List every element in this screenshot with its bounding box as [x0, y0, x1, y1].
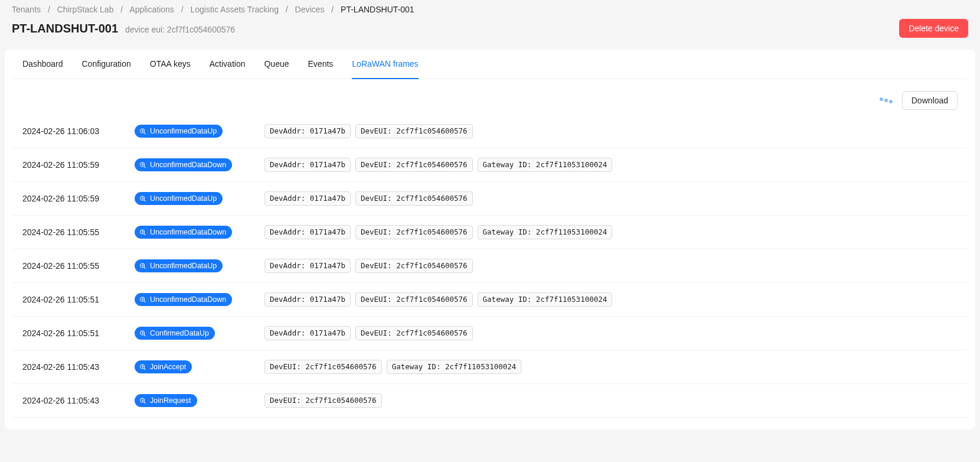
frame-tag: DevEUI: 2cf7f1c054600576 [355, 292, 473, 307]
page-title: PT-LANDSHUT-001 [12, 22, 118, 35]
frame-tags: DevEUI: 2cf7f1c054600576Gateway ID: 2cf7… [264, 360, 521, 374]
tab-configuration[interactable]: Configuration [82, 50, 131, 79]
tab-events[interactable]: Events [308, 50, 334, 79]
frame-tags: DevAddr: 0171a47bDevEUI: 2cf7f1c05460057… [264, 292, 612, 307]
frame-tags: DevAddr: 0171a47bDevEUI: 2cf7f1c05460057… [264, 259, 473, 273]
frame-time: 2024-02-26 11:06:03 [22, 126, 135, 136]
frame-type-label: UnconfirmedDataUp [150, 194, 217, 203]
frame-type-badge[interactable]: UnconfirmedDataUp [135, 125, 223, 138]
breadcrumb-link-applications[interactable]: Applications [129, 5, 174, 14]
frame-type-badge[interactable]: UnconfirmedDataUp [135, 192, 223, 205]
frame-type-label: UnconfirmedDataDown [150, 161, 226, 169]
frame-time: 2024-02-26 11:05:43 [22, 396, 135, 405]
delete-device-button[interactable]: Delete device [899, 19, 968, 38]
frame-tag: DevEUI: 2cf7f1c054600576 [355, 225, 473, 239]
frame-type-cell: UnconfirmedDataDown [135, 226, 264, 239]
tab-lorawan-frames[interactable]: LoRaWAN frames [352, 50, 418, 79]
frame-row[interactable]: 2024-02-26 11:05:43 JoinAcceptDevEUI: 2c… [13, 350, 967, 384]
frame-type-cell: UnconfirmedDataUp [135, 259, 264, 272]
frame-time: 2024-02-26 11:05:51 [22, 295, 135, 304]
breadcrumb-sep: / [120, 5, 123, 14]
frame-time: 2024-02-26 11:05:51 [22, 328, 135, 338]
frame-type-badge[interactable]: ConfirmedDataUp [135, 327, 215, 340]
frame-row[interactable]: 2024-02-26 11:05:55 UnconfirmedDataDownD… [13, 216, 967, 249]
frame-type-label: UnconfirmedDataDown [150, 295, 226, 304]
frame-type-badge[interactable]: JoinAccept [135, 360, 192, 373]
frame-type-cell: UnconfirmedDataDown [135, 158, 264, 171]
frame-type-label: UnconfirmedDataDown [150, 228, 226, 236]
zoom-in-icon [139, 262, 146, 269]
frame-row[interactable]: 2024-02-26 11:05:43 JoinRequestDevEUI: 2… [13, 384, 967, 418]
zoom-in-icon [139, 161, 146, 168]
frame-row[interactable]: 2024-02-26 11:05:59 UnconfirmedDataDownD… [13, 148, 967, 182]
tabs: DashboardConfigurationOTAA keysActivatio… [13, 50, 967, 79]
zoom-in-icon [139, 296, 146, 303]
frame-tags: DevAddr: 0171a47bDevEUI: 2cf7f1c05460057… [264, 124, 473, 138]
toolbar: Download [5, 79, 975, 115]
frame-tag: DevEUI: 2cf7f1c054600576 [355, 191, 473, 206]
loading-spinner-icon [880, 99, 893, 102]
zoom-in-icon [139, 195, 146, 202]
frames-list: 2024-02-26 11:06:03 UnconfirmedDataUpDev… [5, 115, 975, 418]
frame-type-label: JoinRequest [150, 396, 191, 405]
frame-time: 2024-02-26 11:05:55 [22, 227, 135, 237]
content-card: DashboardConfigurationOTAA keysActivatio… [5, 50, 975, 430]
zoom-in-icon [139, 128, 146, 135]
frame-tags: DevEUI: 2cf7f1c054600576 [264, 393, 382, 408]
frame-tag: DevEUI: 2cf7f1c054600576 [355, 259, 473, 273]
frame-row[interactable]: 2024-02-26 11:05:55 UnconfirmedDataUpDev… [13, 249, 967, 283]
zoom-in-icon [139, 229, 146, 236]
frame-type-label: UnconfirmedDataUp [150, 262, 217, 270]
breadcrumb-sep: / [286, 5, 288, 14]
breadcrumb-link-tenant[interactable]: ChirpStack Lab [57, 5, 114, 14]
frame-tags: DevAddr: 0171a47bDevEUI: 2cf7f1c05460057… [264, 191, 473, 206]
breadcrumb-link-tenants[interactable]: Tenants [12, 5, 41, 14]
breadcrumb-link-application[interactable]: Logistic Assets Tracking [191, 5, 279, 14]
frame-tags: DevAddr: 0171a47bDevEUI: 2cf7f1c05460057… [264, 326, 473, 340]
frame-type-badge[interactable]: UnconfirmedDataDown [135, 226, 232, 239]
download-button[interactable]: Download [902, 91, 958, 110]
frame-row[interactable]: 2024-02-26 11:06:03 UnconfirmedDataUpDev… [13, 115, 967, 148]
frame-tag: DevEUI: 2cf7f1c054600576 [355, 326, 473, 340]
frame-tags: DevAddr: 0171a47bDevEUI: 2cf7f1c05460057… [264, 225, 612, 239]
frame-tag: DevAddr: 0171a47b [264, 225, 351, 239]
frame-type-cell: ConfirmedDataUp [135, 327, 264, 340]
frame-type-label: ConfirmedDataUp [150, 329, 209, 337]
frame-tag: DevAddr: 0171a47b [264, 292, 351, 307]
tab-otaa-keys[interactable]: OTAA keys [150, 50, 191, 79]
frame-tag: DevEUI: 2cf7f1c054600576 [355, 158, 473, 172]
frame-tag: DevAddr: 0171a47b [264, 124, 351, 138]
frame-row[interactable]: 2024-02-26 11:05:59 UnconfirmedDataUpDev… [13, 182, 967, 216]
breadcrumb-sep: / [48, 5, 50, 14]
frame-time: 2024-02-26 11:05:55 [22, 261, 135, 271]
breadcrumb-link-devices[interactable]: Devices [295, 5, 325, 14]
frame-tag: DevAddr: 0171a47b [264, 191, 351, 206]
frame-time: 2024-02-26 11:05:59 [22, 194, 135, 203]
frame-type-badge[interactable]: UnconfirmedDataDown [135, 158, 232, 171]
frame-row[interactable]: 2024-02-26 11:05:51 UnconfirmedDataDownD… [13, 283, 967, 317]
page-subtitle: device eui: 2cf7f1c054600576 [125, 25, 235, 34]
frame-type-label: UnconfirmedDataUp [150, 127, 217, 135]
frame-type-badge[interactable]: UnconfirmedDataUp [135, 259, 223, 272]
tab-activation[interactable]: Activation [210, 50, 246, 79]
breadcrumb-sep: / [181, 5, 184, 14]
frame-time: 2024-02-26 11:05:43 [22, 362, 135, 372]
zoom-in-icon [139, 397, 146, 404]
frame-tag: DevAddr: 0171a47b [264, 158, 351, 172]
frame-type-badge[interactable]: JoinRequest [135, 394, 197, 407]
frame-tags: DevAddr: 0171a47bDevEUI: 2cf7f1c05460057… [264, 158, 612, 172]
breadcrumb: Tenants / ChirpStack Lab / Applications … [0, 0, 980, 14]
title-wrap: PT-LANDSHUT-001 device eui: 2cf7f1c05460… [12, 22, 235, 35]
frame-type-badge[interactable]: UnconfirmedDataDown [135, 293, 232, 306]
frame-type-cell: UnconfirmedDataUp [135, 192, 264, 205]
frame-tag: Gateway ID: 2cf7f11053100024 [478, 158, 613, 172]
tab-dashboard[interactable]: Dashboard [22, 50, 63, 79]
frame-tag: DevEUI: 2cf7f1c054600576 [264, 393, 382, 408]
frame-type-cell: UnconfirmedDataDown [135, 293, 264, 306]
tab-queue[interactable]: Queue [264, 50, 289, 79]
frame-type-cell: JoinAccept [135, 360, 264, 373]
frame-type-cell: UnconfirmedDataUp [135, 125, 264, 138]
frame-tag: DevEUI: 2cf7f1c054600576 [355, 124, 473, 138]
frame-row[interactable]: 2024-02-26 11:05:51 ConfirmedDataUpDevAd… [13, 317, 967, 350]
frame-tag: DevEUI: 2cf7f1c054600576 [264, 360, 382, 374]
